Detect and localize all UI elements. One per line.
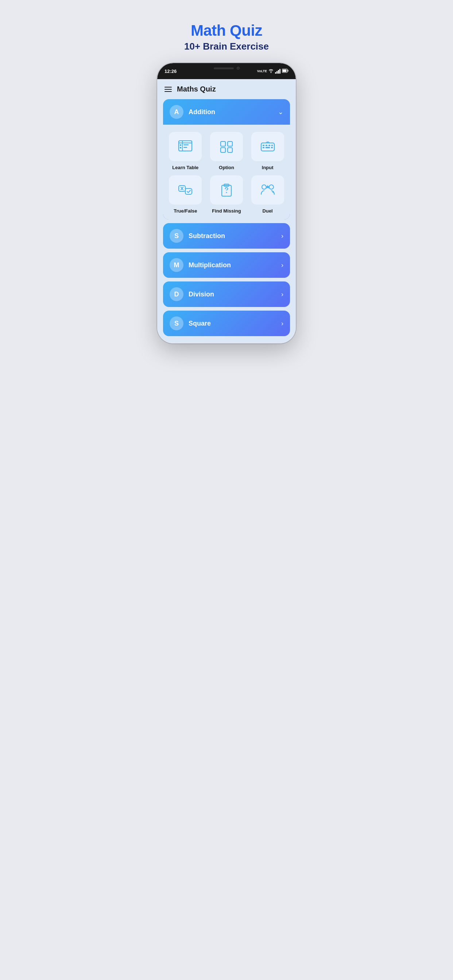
option-icon-box xyxy=(210,132,243,161)
notch xyxy=(203,63,250,73)
phone-shell: 12:26 VoLTE xyxy=(157,63,296,344)
addition-chevron-down-icon: ⌄ xyxy=(278,108,283,116)
svg-rect-2 xyxy=(288,70,289,72)
navbar-title: Maths Quiz xyxy=(177,85,216,93)
find-missing-icon-box xyxy=(210,175,243,205)
app-navbar: Maths Quiz xyxy=(157,79,296,99)
page-wrapper: Math Quiz 10+ Brain Exercise 12:26 VoLTE xyxy=(151,7,302,344)
status-icons: VoLTE xyxy=(257,68,289,74)
find-missing-label: Find Missing xyxy=(212,208,241,214)
app-title: Math Quiz xyxy=(158,22,295,40)
svg-rect-19 xyxy=(266,147,270,148)
svg-rect-15 xyxy=(266,145,267,146)
subtraction-category-name: Subtraction xyxy=(188,232,276,240)
addition-category-header[interactable]: A Addition ⌄ xyxy=(163,99,290,125)
wifi-icon xyxy=(268,68,274,74)
input-option[interactable]: Input xyxy=(249,132,286,170)
true-false-option[interactable]: True/False xyxy=(167,175,204,214)
division-chevron-right-icon: › xyxy=(281,291,283,298)
battery-icon xyxy=(282,68,289,74)
duel-option[interactable]: Duel xyxy=(249,175,286,214)
app-subtitle: 10+ Brain Exercise xyxy=(158,41,295,52)
learn-table-option[interactable]: Learn Table xyxy=(167,132,204,170)
addition-category-card: A Addition ⌄ xyxy=(163,99,290,220)
svg-rect-17 xyxy=(271,145,273,146)
svg-rect-10 xyxy=(221,148,225,153)
svg-point-13 xyxy=(267,142,268,143)
app-content: Maths Quiz A Addition ⌄ xyxy=(157,79,296,344)
svg-rect-9 xyxy=(228,142,232,146)
svg-rect-22 xyxy=(185,188,192,194)
svg-rect-23 xyxy=(222,185,231,196)
option-option[interactable]: Option xyxy=(208,132,246,170)
svg-point-25 xyxy=(226,192,227,193)
svg-point-26 xyxy=(262,185,266,189)
duel-icon-box xyxy=(251,175,284,205)
square-letter-circle: S xyxy=(170,317,183,330)
multiplication-category-name: Multiplication xyxy=(188,261,276,269)
svg-rect-8 xyxy=(221,142,225,146)
svg-rect-16 xyxy=(268,145,270,146)
svg-rect-7 xyxy=(183,147,187,148)
volte-icon: VoLTE xyxy=(257,69,267,73)
app-header: Math Quiz 10+ Brain Exercise xyxy=(151,7,302,63)
input-label: Input xyxy=(262,165,274,170)
svg-rect-5 xyxy=(180,147,181,148)
svg-point-27 xyxy=(269,185,274,189)
status-time: 12:26 xyxy=(164,68,177,74)
find-missing-option[interactable]: Find Missing xyxy=(208,175,246,214)
svg-rect-20 xyxy=(271,147,273,148)
learn-table-icon-box xyxy=(169,132,202,161)
addition-sub-options: Learn Table xyxy=(163,125,290,220)
addition-category-name: Addition xyxy=(188,108,273,116)
multiplication-letter-circle: M xyxy=(170,258,183,272)
subtraction-letter-circle: S xyxy=(170,229,183,243)
svg-rect-6 xyxy=(183,145,188,145)
notch-speaker xyxy=(214,67,234,69)
division-category-name: Division xyxy=(188,291,276,298)
multiplication-chevron-right-icon: › xyxy=(281,261,283,269)
hamburger-line-1 xyxy=(164,87,172,88)
subtraction-chevron-right-icon: › xyxy=(281,232,283,240)
multiplication-category-card[interactable]: M Multiplication › xyxy=(163,252,290,278)
status-bar: 12:26 VoLTE xyxy=(157,63,296,79)
option-label: Option xyxy=(219,165,234,170)
learn-table-label: Learn Table xyxy=(172,165,198,170)
svg-rect-11 xyxy=(228,148,232,153)
svg-rect-14 xyxy=(263,145,265,146)
division-category-card[interactable]: D Division › xyxy=(163,282,290,307)
division-letter-circle: D xyxy=(170,287,183,301)
svg-rect-4 xyxy=(180,145,181,146)
subtraction-category-card[interactable]: S Subtraction › xyxy=(163,223,290,249)
square-chevron-right-icon: › xyxy=(281,320,283,328)
svg-rect-1 xyxy=(283,70,287,72)
hamburger-line-3 xyxy=(164,91,172,92)
signal-icon xyxy=(275,69,281,74)
square-category-card[interactable]: S Square › xyxy=(163,310,290,336)
notch-camera xyxy=(237,67,239,70)
true-false-label: True/False xyxy=(174,208,197,214)
svg-rect-18 xyxy=(263,147,265,148)
addition-letter-circle: A xyxy=(170,105,183,119)
square-category-name: Square xyxy=(188,320,276,328)
input-icon-box xyxy=(251,132,284,161)
hamburger-line-2 xyxy=(164,89,172,90)
duel-label: Duel xyxy=(263,208,273,214)
hamburger-menu-button[interactable] xyxy=(164,87,172,92)
categories-list: A Addition ⌄ xyxy=(157,99,296,336)
true-false-icon-box xyxy=(169,175,202,205)
